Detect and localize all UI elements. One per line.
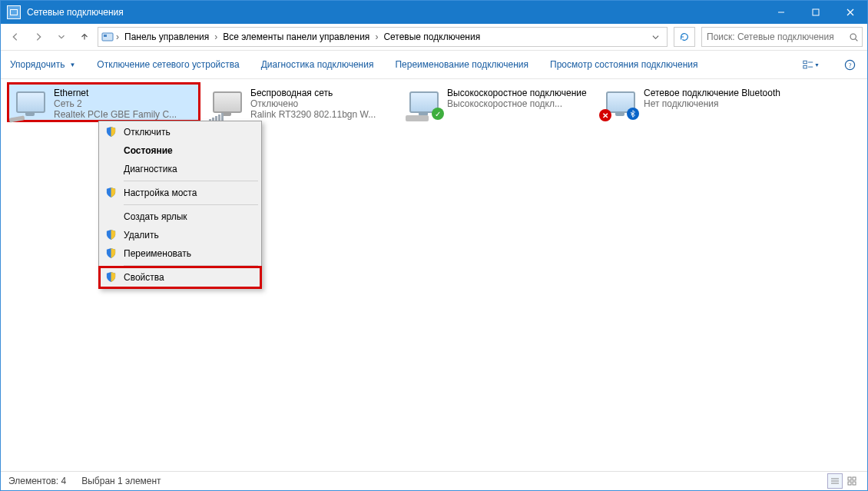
help-button[interactable]: ? xyxy=(841,56,858,73)
bluetooth-icon xyxy=(627,108,639,120)
view-status-button[interactable]: Просмотр состояния подключения xyxy=(550,59,697,70)
svg-text:?: ? xyxy=(848,61,851,68)
shield-icon xyxy=(105,229,117,241)
connection-item-broadband[interactable]: ✓ Высокоскоростное подключение Высокоско… xyxy=(402,84,592,121)
separator xyxy=(124,181,258,181)
back-button[interactable] xyxy=(5,27,25,47)
breadcrumb[interactable]: Сетевые подключения xyxy=(380,28,483,45)
window-buttons xyxy=(764,1,867,24)
rename-connection-button[interactable]: Переименование подключения xyxy=(395,59,528,70)
svg-line-7 xyxy=(856,38,858,41)
item-status: Отключено xyxy=(250,98,376,109)
svg-rect-20 xyxy=(853,482,856,485)
chevron-right-icon: › xyxy=(115,32,120,42)
svg-rect-19 xyxy=(848,482,851,485)
svg-rect-18 xyxy=(853,477,856,480)
item-status: Сеть 2 xyxy=(54,98,177,109)
search-box[interactable] xyxy=(701,27,863,47)
status-bar: Элементов: 4 Выбран 1 элемент xyxy=(1,471,867,490)
items-view: Ethernet Сеть 2 Realtek PCIe GBE Family … xyxy=(8,84,860,121)
connection-item-ethernet[interactable]: Ethernet Сеть 2 Realtek PCIe GBE Family … xyxy=(8,84,199,121)
separator xyxy=(124,204,258,205)
svg-rect-1 xyxy=(813,9,819,15)
diagnose-connection-button[interactable]: Диагностика подключения xyxy=(261,59,374,70)
window-title: Сетевые подключения xyxy=(27,7,764,18)
item-device: Realtek PCIe GBE Family C... xyxy=(54,109,177,120)
disable-device-button[interactable]: Отключение сетевого устройства xyxy=(97,59,239,70)
breadcrumb[interactable]: Все элементы панели управления xyxy=(220,28,373,45)
separator xyxy=(124,265,258,266)
svg-rect-5 xyxy=(104,35,107,37)
change-view-button[interactable]: ▼ xyxy=(803,56,820,73)
ctx-disable[interactable]: Отключить xyxy=(101,123,260,141)
recent-button[interactable] xyxy=(51,27,71,47)
app-icon xyxy=(7,5,21,19)
connection-item-bluetooth[interactable]: ✕ Сетевое подключение Bluetooth Нет подк… xyxy=(598,84,789,121)
item-name: Ethernet xyxy=(54,88,177,98)
search-icon xyxy=(849,32,859,42)
item-device: Нет подключения xyxy=(644,98,780,109)
view-switcher xyxy=(827,473,860,489)
up-button[interactable] xyxy=(75,27,94,47)
shield-icon xyxy=(105,271,117,283)
status-selected: Выбран 1 элемент xyxy=(81,476,161,486)
details-view-button[interactable] xyxy=(827,473,843,489)
connection-item-wireless[interactable]: Беспроводная сеть Отключено Ralink RT329… xyxy=(205,84,396,121)
shield-icon xyxy=(105,187,117,198)
ctx-delete[interactable]: Удалить xyxy=(101,226,260,244)
large-icons-view-button[interactable] xyxy=(844,473,860,489)
chevron-right-icon: › xyxy=(214,32,218,42)
ctx-label: Создать ярлык xyxy=(124,211,187,222)
breadcrumb[interactable]: Панель управления xyxy=(121,28,212,45)
status-error-icon: ✕ xyxy=(599,109,611,121)
ctx-label: Настройка моста xyxy=(124,187,197,198)
ctx-label: Переименовать xyxy=(124,248,191,259)
svg-rect-8 xyxy=(803,61,807,64)
ctx-diagnose[interactable]: Диагностика xyxy=(101,160,260,178)
command-bar: Упорядочить▼ Отключение сетевого устройс… xyxy=(1,51,867,79)
network-adapter-icon: ✓ xyxy=(406,86,442,118)
location-icon xyxy=(101,31,114,43)
svg-point-6 xyxy=(850,34,856,39)
item-name: Высокоскоростное подключение xyxy=(447,88,587,98)
address-bar[interactable]: › Панель управления › Все элементы панел… xyxy=(98,27,668,47)
context-menu: Отключить Состояние Диагностика Настройк… xyxy=(98,121,262,289)
chevron-right-icon: › xyxy=(374,32,379,42)
network-adapter-icon xyxy=(12,86,49,118)
navigation-bar: › Панель управления › Все элементы панел… xyxy=(1,24,867,51)
minimize-button[interactable] xyxy=(764,1,798,24)
svg-rect-9 xyxy=(803,65,807,68)
ctx-label: Диагностика xyxy=(124,164,177,174)
item-device: Ralink RT3290 802.11bgn W... xyxy=(250,109,376,120)
ctx-label: Состояние xyxy=(124,145,173,156)
ctx-label: Свойства xyxy=(124,272,164,283)
item-device: Высокоскоростное подкл... xyxy=(447,98,587,109)
item-name: Беспроводная сеть xyxy=(250,88,376,98)
status-ok-icon: ✓ xyxy=(432,108,444,120)
chevron-down-icon: ▼ xyxy=(69,61,75,68)
ctx-properties[interactable]: Свойства xyxy=(101,268,260,287)
network-adapter-icon: ✕ xyxy=(602,86,639,118)
shield-icon xyxy=(105,126,117,138)
ctx-rename[interactable]: Переименовать xyxy=(101,244,260,263)
organize-menu[interactable]: Упорядочить▼ xyxy=(10,59,75,70)
titlebar: Сетевые подключения xyxy=(1,1,867,24)
network-adapter-icon xyxy=(209,86,246,118)
ctx-label: Отключить xyxy=(124,127,171,138)
content-area: Ethernet Сеть 2 Realtek PCIe GBE Family … xyxy=(1,79,867,471)
forward-button[interactable] xyxy=(28,27,48,47)
window: Сетевые подключения › Панель управления … xyxy=(0,0,868,491)
refresh-button[interactable] xyxy=(674,27,695,47)
close-button[interactable] xyxy=(833,1,867,24)
ctx-label: Удалить xyxy=(124,230,159,241)
status-count: Элементов: 4 xyxy=(8,476,66,486)
search-input[interactable] xyxy=(705,31,844,43)
ctx-bridge[interactable]: Настройка моста xyxy=(101,184,260,202)
maximize-button[interactable] xyxy=(798,1,833,24)
item-name: Сетевое подключение Bluetooth xyxy=(644,88,780,98)
address-dropdown-button[interactable] xyxy=(647,28,664,45)
svg-rect-17 xyxy=(848,477,851,480)
ctx-status[interactable]: Состояние xyxy=(101,141,260,160)
chevron-down-icon: ▼ xyxy=(814,62,820,68)
ctx-shortcut[interactable]: Создать ярлык xyxy=(101,207,260,226)
